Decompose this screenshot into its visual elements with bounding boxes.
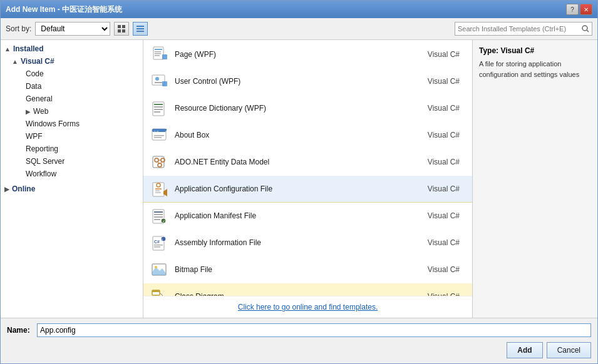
svg-rect-6 <box>137 31 144 32</box>
item-icon-bitmap <box>150 260 170 280</box>
item-name: Application Configuration File <box>175 185 428 193</box>
action-buttons: Add Cancel <box>7 342 591 358</box>
item-icon-app-config <box>150 179 170 199</box>
svg-rect-44 <box>154 211 163 213</box>
svg-rect-23 <box>154 111 160 113</box>
tree-item-web[interactable]: ▶ Web <box>1 105 143 118</box>
item-type: Visual C# <box>428 185 460 193</box>
tree-item-data[interactable]: Data <box>1 80 143 93</box>
svg-rect-46 <box>154 216 163 218</box>
svg-rect-47 <box>154 219 160 220</box>
tree-visual-csharp[interactable]: ▲ Visual C# <box>1 55 143 68</box>
center-panel: Page (WPF) Visual C# <box>143 40 472 318</box>
left-panel: ▲ Installed ▲ Visual C# Code Data Genera… <box>1 40 143 318</box>
item-name: Resource Dictionary (WPF) <box>175 104 428 113</box>
close-button[interactable]: ✕ <box>580 4 592 15</box>
tree-item-windows-forms[interactable]: Windows Forms <box>1 118 143 130</box>
list-item[interactable]: Bitmap File Visual C# <box>143 256 472 283</box>
online-link[interactable]: Click here to go online and find templat… <box>143 296 472 318</box>
item-type: Visual C# <box>428 211 460 220</box>
vcsharp-arrow: ▲ <box>12 58 18 65</box>
svg-rect-12 <box>155 53 161 54</box>
item-type: Visual C# <box>428 104 460 113</box>
svg-rect-52 <box>154 245 163 246</box>
online-arrow: ▶ <box>4 186 9 193</box>
tree-item-sql-server[interactable]: SQL Server <box>1 155 143 168</box>
svg-rect-45 <box>154 214 163 215</box>
list-item[interactable]: C# i Assembly Information File Visual C# <box>143 230 472 256</box>
tree-online[interactable]: ▶ Online <box>1 183 143 195</box>
name-label: Name: <box>7 326 32 335</box>
list-item[interactable]: 1.0 About Box Visual C# <box>143 122 472 149</box>
list-item[interactable]: Page (WPF) Visual C# <box>143 41 472 68</box>
item-name: About Box <box>175 131 428 139</box>
svg-rect-18 <box>162 81 167 86</box>
item-name: ADO.NET Entity Data Model <box>175 158 428 166</box>
list-item[interactable]: ADO.NET Entity Data Model Visual C# <box>143 149 472 176</box>
svg-point-59 <box>155 266 157 268</box>
svg-text:C#: C# <box>154 240 160 244</box>
title-bar: Add New Item - 中医证治智能系统 ? ✕ <box>1 1 597 18</box>
search-input[interactable] <box>455 25 579 33</box>
list-item[interactable]: User Control (WPF) Visual C# <box>143 68 472 95</box>
svg-line-8 <box>587 30 589 32</box>
info-type: Type: Visual C# <box>479 46 591 55</box>
view-grid-button[interactable] <box>114 22 129 36</box>
svg-rect-13 <box>155 55 160 56</box>
svg-point-16 <box>155 77 159 81</box>
tree-item-general[interactable]: General <box>1 93 143 105</box>
item-name: Page (WPF) <box>175 50 428 59</box>
item-icon-user-control-wpf <box>150 71 170 91</box>
tree-item-wpf[interactable]: WPF <box>1 130 143 143</box>
tree-installed[interactable]: ▲ Installed <box>1 43 143 55</box>
svg-rect-4 <box>137 26 144 27</box>
installed-label: Installed <box>13 44 44 53</box>
svg-rect-14 <box>162 54 167 59</box>
list-item[interactable]: ✓ Application Manifest File Visual C# <box>143 203 472 230</box>
svg-rect-22 <box>154 109 163 110</box>
item-type: Visual C# <box>428 158 460 166</box>
svg-rect-0 <box>118 25 121 28</box>
svg-rect-21 <box>154 106 163 108</box>
dialog-title: Add New Item - 中医证治智能系统 <box>6 4 122 15</box>
list-item[interactable]: Resource Dictionary (WPF) Visual C# <box>143 95 472 122</box>
svg-rect-5 <box>137 28 144 29</box>
search-icon[interactable] <box>579 23 592 35</box>
tree-item-workflow[interactable]: Workflow <box>1 168 143 180</box>
item-icon-about-box: 1.0 <box>150 125 170 145</box>
dialog-window: Add New Item - 中医证治智能系统 ? ✕ Sort by: Def… <box>0 0 598 364</box>
svg-rect-37 <box>153 183 164 196</box>
add-button[interactable]: Add <box>507 342 542 358</box>
svg-rect-11 <box>155 51 161 53</box>
item-name: Assembly Information File <box>175 238 428 247</box>
vcsharp-label: Visual C# <box>21 57 54 66</box>
cancel-button[interactable]: Cancel <box>547 342 591 358</box>
online-label: Online <box>12 185 35 193</box>
sort-select[interactable]: Default <box>35 22 110 36</box>
item-type: Visual C# <box>428 131 460 139</box>
tree-item-reporting[interactable]: Reporting <box>1 143 143 155</box>
svg-rect-20 <box>154 104 163 105</box>
svg-point-7 <box>582 26 587 31</box>
search-box[interactable] <box>455 22 592 36</box>
help-button[interactable]: ? <box>566 4 579 15</box>
list-item[interactable]: Class Diagram Visual C# <box>143 283 472 296</box>
item-type: Visual C# <box>428 50 460 59</box>
sort-label: Sort by: <box>6 24 31 33</box>
list-item[interactable]: Application Configuration File Visual C# <box>143 176 472 203</box>
item-type: Visual C# <box>428 265 460 274</box>
svg-rect-3 <box>122 29 125 33</box>
view-list-button[interactable] <box>133 22 148 36</box>
tree-item-code[interactable]: Code <box>1 68 143 80</box>
svg-text:1.0: 1.0 <box>154 130 158 134</box>
svg-rect-29 <box>154 137 162 138</box>
name-input[interactable] <box>37 323 591 337</box>
item-icon-class-diagram <box>150 286 170 296</box>
svg-rect-1 <box>122 25 125 28</box>
svg-rect-42 <box>163 192 167 195</box>
item-icon-page-wpf <box>150 44 170 64</box>
svg-rect-61 <box>152 290 160 292</box>
svg-rect-17 <box>155 82 162 83</box>
right-panel: Type: Visual C# A file for storing appli… <box>472 40 597 318</box>
svg-rect-53 <box>154 246 160 248</box>
